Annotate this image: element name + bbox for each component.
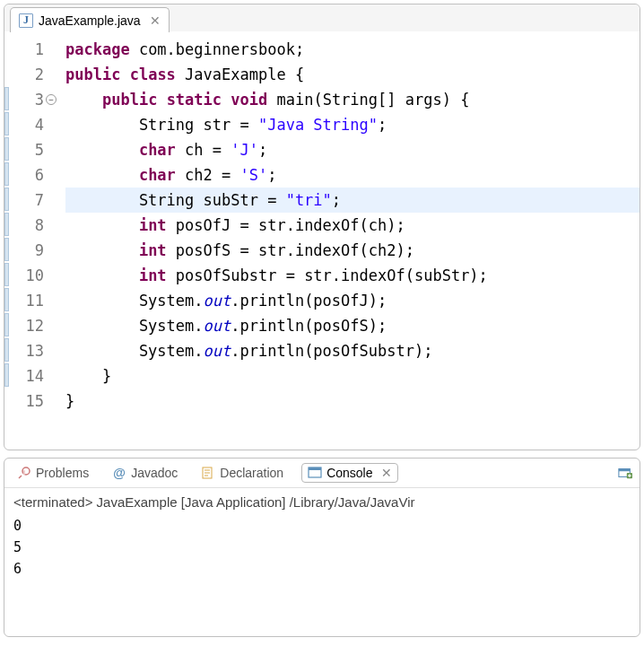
console-body: <terminated> JavaExample [Java Applicati… [4,488,640,583]
tab-label: Javadoc [131,466,178,480]
gutter-line: 14 [4,363,57,389]
console-output-line: 5 [13,537,631,558]
console-output: 056 [13,515,631,580]
close-icon[interactable]: ✕ [150,13,161,28]
code-area[interactable]: 123−456789101112131415 package com.begin… [4,31,640,450]
tab-javadoc[interactable]: @ Javadoc [107,464,183,482]
gutter-line: 15 [4,389,57,414]
tab-label: Declaration [220,466,283,480]
gutter: 123−456789101112131415 [4,31,62,450]
gutter-line: 5 [4,137,57,162]
tab-filename: JavaExample.java [39,13,141,28]
code-line[interactable]: System.out.println(posOfS); [65,313,640,338]
declaration-icon [201,466,215,480]
console-run-title: <terminated> JavaExample [Java Applicati… [13,492,631,513]
editor-tab-bar: J JavaExample.java ✕ [4,4,640,31]
gutter-line: 6 [4,162,57,188]
svg-rect-1 [23,470,25,475]
code-line[interactable]: int posOfS = str.indexOf(ch2); [65,238,640,263]
console-toolbar [618,466,632,480]
tab-console[interactable]: Console ✕ [301,463,397,483]
gutter-line: 2 [4,62,57,87]
bottom-tab-bar: Problems @ Javadoc Declaration Console ✕ [4,458,640,488]
gutter-line: 7 [4,188,57,213]
gutter-line: 4 [4,112,57,137]
tab-problems[interactable]: Problems [12,464,94,482]
tab-label: Console [326,466,372,480]
code-line[interactable]: char ch = 'J'; [65,137,640,162]
code-line[interactable]: public static void main(String[] args) { [65,87,640,112]
svg-rect-4 [309,467,321,470]
gutter-line: 8 [4,213,57,238]
bottom-pane: Problems @ Javadoc Declaration Console ✕… [4,458,640,637]
gutter-line: 9 [4,238,57,263]
close-icon[interactable]: ✕ [381,466,392,480]
code-lines[interactable]: package com.beginnersbook;public class J… [62,31,640,450]
gutter-line: 12 [4,313,57,338]
gutter-line: 1 [4,37,57,62]
editor-tab[interactable]: J JavaExample.java ✕ [10,7,170,32]
console-output-line: 0 [13,515,631,537]
code-line[interactable]: } [65,363,640,389]
code-line[interactable]: public class JavaExample { [65,62,640,87]
code-line[interactable]: char ch2 = 'S'; [65,162,640,188]
tab-declaration[interactable]: Declaration [196,464,289,482]
code-line[interactable]: int posOfJ = str.indexOf(ch); [65,213,640,238]
console-output-line: 6 [13,558,631,580]
gutter-line: 13 [4,338,57,363]
code-line[interactable]: String subStr = "tri"; [65,188,640,213]
gutter-line: 10 [4,263,57,288]
code-line[interactable]: System.out.println(posOfSubstr); [65,338,640,363]
editor-pane: J JavaExample.java ✕ 123−456789101112131… [4,4,640,450]
tab-label: Problems [36,466,89,480]
code-line[interactable]: int posOfSubstr = str.indexOf(subStr); [65,263,640,288]
gutter-line: 11 [4,288,57,313]
problems-icon [17,466,31,480]
code-line[interactable]: String str = "Java String"; [65,112,640,137]
code-line[interactable]: System.out.println(posOfJ); [65,288,640,313]
java-file-icon: J [19,13,33,28]
javadoc-icon: @ [112,466,126,480]
gutter-line: 3− [4,87,57,112]
fold-toggle-icon[interactable]: − [46,94,57,105]
code-line[interactable]: package com.beginnersbook; [65,37,640,62]
pin-console-icon[interactable] [618,466,632,480]
svg-rect-6 [619,469,630,472]
code-line[interactable]: } [65,389,640,414]
console-icon [308,466,322,480]
